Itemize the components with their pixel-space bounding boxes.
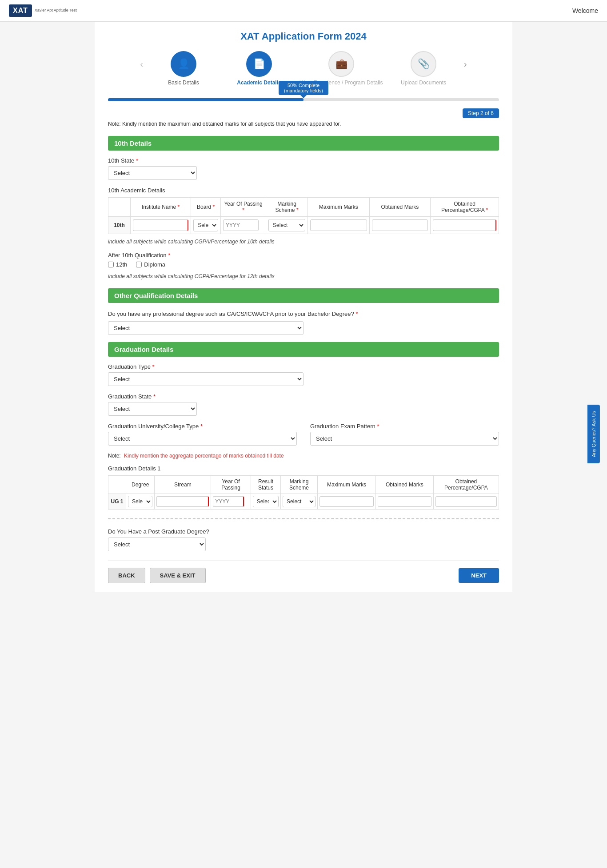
after10-group: After 10th Qualification * 12th Diploma <box>108 252 499 268</box>
post-grad-label: Do You Have a Post Graduate Degree? <box>108 528 499 535</box>
save-exit-button[interactable]: SAVE & EXIT <box>150 568 206 583</box>
table-row-ug1: UG 1 Select Select <box>108 494 499 509</box>
logo-subtext: Xavier Apt Aptitude Test <box>35 8 77 13</box>
cell-institute[interactable] <box>131 217 191 234</box>
university-label: Graduation University/College Type * <box>108 423 297 430</box>
col-max-marks: Maximum Marks <box>307 198 369 217</box>
result-select[interactable]: Select <box>253 496 279 507</box>
degree-select[interactable]: Select <box>128 496 152 507</box>
btn-group-left: BACK SAVE & EXIT <box>108 568 206 583</box>
cell-year[interactable] <box>221 217 266 234</box>
grad-year-input[interactable] <box>213 496 244 507</box>
form-group-post-grad: Do You Have a Post Graduate Degree? Sele… <box>108 528 499 551</box>
cell-marking[interactable]: Select <box>266 217 308 234</box>
cell-obtained-marks[interactable] <box>369 217 431 234</box>
10th-state-label: 10th State * <box>108 157 499 164</box>
step-academic-icon: 📄 <box>246 51 272 77</box>
cell-max-marks[interactable] <box>307 217 369 234</box>
ug1-label: UG 1 <box>108 494 126 509</box>
dashed-separator <box>108 518 499 519</box>
marking-select[interactable]: Select <box>268 219 305 231</box>
exam-pattern-select[interactable]: Select <box>310 432 499 446</box>
nav-arrow-left[interactable]: ‹ <box>140 51 146 69</box>
10th-table: Institute Name * Board * Year Of Passing… <box>108 197 499 234</box>
cell-board[interactable]: Select <box>191 217 221 234</box>
cell-grad-obtained[interactable] <box>375 494 433 509</box>
10th-state-select[interactable]: Select <box>108 166 197 180</box>
cell-stream[interactable] <box>155 494 211 509</box>
cell-grad-max[interactable] <box>317 494 375 509</box>
post-grad-select[interactable]: Select <box>108 538 206 551</box>
cell-result[interactable]: Select <box>251 494 280 509</box>
grad-col-stream: Stream <box>155 475 211 494</box>
next-button[interactable]: NEXT <box>459 568 499 583</box>
col-empty <box>108 198 131 217</box>
other-qual-select[interactable]: Select <box>108 321 304 335</box>
step-basic-details[interactable]: 👤 Basic Details <box>146 51 221 86</box>
back-button[interactable]: BACK <box>108 568 145 583</box>
grad-type-label: Graduation Type * <box>108 363 499 370</box>
side-ask-button[interactable]: Any Queries? Ask Us <box>587 405 600 463</box>
grad-col-result: Result Status <box>251 475 280 494</box>
form-group-university: Graduation University/College Type * Sel… <box>108 423 297 446</box>
note-prefix: Note: <box>108 453 121 459</box>
section-10th-header: 10th Details <box>108 136 499 151</box>
grad-details-1-label: Graduation Details 1 <box>108 465 499 472</box>
col-marking: Marking Scheme * <box>266 198 308 217</box>
university-select[interactable]: Select <box>108 432 297 446</box>
col-institute: Institute Name * <box>131 198 191 217</box>
col-year: Year Of Passing * <box>221 198 266 217</box>
grad-state-select[interactable]: Select <box>108 402 197 416</box>
header-welcome: Welcome <box>572 7 598 14</box>
cell-degree[interactable]: Select <box>126 494 155 509</box>
step-academic-label: Academic Details <box>237 80 281 86</box>
checkbox-diploma-label[interactable]: Diploma <box>136 261 165 268</box>
section-other-header: Other Qualification Details <box>108 288 499 303</box>
grad-cgpa-input[interactable] <box>435 496 497 507</box>
cgpa-input[interactable] <box>433 219 496 231</box>
other-qual-question: Do you have any professional degree such… <box>108 310 499 319</box>
nav-arrow-right[interactable]: › <box>461 51 467 69</box>
grad-state-label: Graduation State * <box>108 393 499 400</box>
progress-track <box>108 98 499 101</box>
form-group-grad-type: Graduation Type * Select <box>108 363 499 386</box>
bottom-bar: BACK SAVE & EXIT NEXT <box>108 560 499 583</box>
form-group-10th-state: 10th State * Select <box>108 157 499 180</box>
grad-col-obtained: Obtained Marks <box>375 475 433 494</box>
step-upload-docs[interactable]: 📎 Upload Documents <box>386 51 461 86</box>
cell-cgpa[interactable] <box>431 217 499 234</box>
note-red-text: Kindly mention the aggregate percentage … <box>124 453 284 459</box>
exam-pattern-label: Graduation Exam Pattern * <box>310 423 499 430</box>
step-work-icon: 💼 <box>328 51 354 77</box>
section-other-qual: Other Qualification Details Do you have … <box>108 288 499 335</box>
grad-marking-select[interactable]: Select <box>283 496 315 507</box>
institute-name-input[interactable] <box>133 219 188 231</box>
checkbox-diploma[interactable] <box>136 262 142 267</box>
grad-col-year: Year Of Passing <box>211 475 251 494</box>
cgpa-note: include all subjects while calculating C… <box>108 239 499 245</box>
12th-cgpa-note: include all subjects while calculating C… <box>108 273 499 279</box>
grad-col-marking: Marking Scheme <box>281 475 318 494</box>
grad-col-degree: Degree <box>126 475 155 494</box>
grad-obtained-input[interactable] <box>378 496 431 507</box>
stream-input[interactable] <box>156 496 209 507</box>
table-row-10th: 10th Select Select <box>108 217 499 234</box>
cell-grad-marking[interactable]: Select <box>281 494 318 509</box>
year-input[interactable] <box>223 219 259 231</box>
row-label-10th: 10th <box>108 217 131 234</box>
obtained-marks-input[interactable] <box>372 219 428 231</box>
max-marks-input[interactable] <box>310 219 367 231</box>
cell-grad-year[interactable] <box>211 494 251 509</box>
checkbox-12th-label[interactable]: 12th <box>108 261 127 268</box>
header: XAT Xavier Apt Aptitude Test Welcome <box>0 0 607 22</box>
step-basic-icon: 👤 <box>171 51 196 77</box>
cell-grad-cgpa[interactable] <box>433 494 499 509</box>
grad-max-input[interactable] <box>319 496 374 507</box>
checkbox-12th[interactable] <box>108 262 114 267</box>
form-group-exam-pattern: Graduation Exam Pattern * Select <box>310 423 499 446</box>
grad-type-select[interactable]: Select <box>108 372 304 386</box>
board-select[interactable]: Select <box>193 219 218 231</box>
grad-col-cgpa: Obtained Percentage/CGPA <box>433 475 499 494</box>
section-10th: 10th Details 10th State * Select 10th Ac… <box>108 136 499 279</box>
step-upload-icon: 📎 <box>411 51 436 77</box>
